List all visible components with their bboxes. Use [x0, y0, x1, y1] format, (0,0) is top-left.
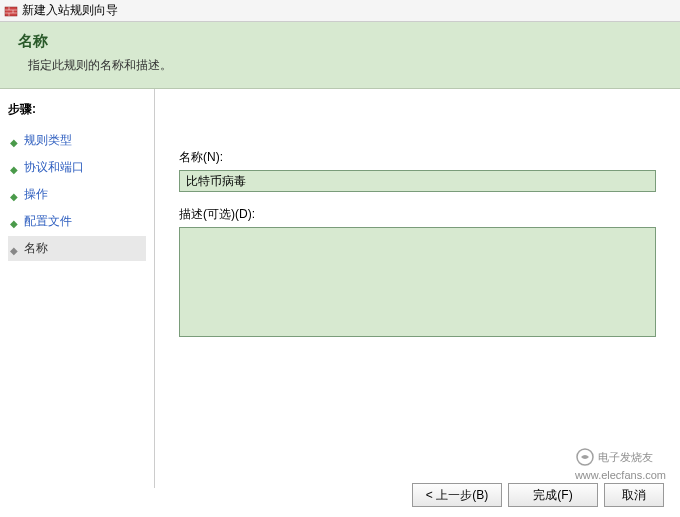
firewall-icon	[4, 4, 18, 18]
bullet-icon: ◆	[10, 218, 18, 226]
bullet-icon: ◆	[10, 245, 18, 253]
form-area: 名称(N): 描述(可选)(D):	[155, 89, 680, 488]
page-subtitle: 指定此规则的名称和描述。	[28, 57, 662, 74]
bullet-icon: ◆	[10, 137, 18, 145]
sidebar-item-label: 配置文件	[24, 213, 72, 230]
name-input[interactable]	[179, 170, 656, 192]
sidebar-item-rule-type[interactable]: ◆ 规则类型	[8, 128, 146, 153]
sidebar-item-protocol-port[interactable]: ◆ 协议和端口	[8, 155, 146, 180]
main-content: 步骤: ◆ 规则类型 ◆ 协议和端口 ◆ 操作 ◆ 配置文件 ◆ 名称 名称(N…	[0, 89, 680, 488]
description-textarea[interactable]	[179, 227, 656, 337]
window-title: 新建入站规则向导	[22, 2, 118, 19]
sidebar-title: 步骤:	[8, 101, 146, 118]
titlebar: 新建入站规则向导	[0, 0, 680, 22]
sidebar-item-name[interactable]: ◆ 名称	[8, 236, 146, 261]
back-button[interactable]: < 上一步(B)	[412, 483, 502, 507]
svg-rect-0	[5, 7, 17, 16]
sidebar-item-label: 名称	[24, 240, 48, 257]
name-label: 名称(N):	[179, 149, 656, 166]
page-title: 名称	[18, 32, 662, 51]
finish-button[interactable]: 完成(F)	[508, 483, 598, 507]
sidebar-item-label: 规则类型	[24, 132, 72, 149]
sidebar-item-label: 操作	[24, 186, 48, 203]
bullet-icon: ◆	[10, 164, 18, 172]
button-bar: < 上一步(B) 完成(F) 取消	[412, 483, 664, 507]
sidebar-item-label: 协议和端口	[24, 159, 84, 176]
description-label: 描述(可选)(D):	[179, 206, 656, 223]
sidebar-item-action[interactable]: ◆ 操作	[8, 182, 146, 207]
bullet-icon: ◆	[10, 191, 18, 199]
header-panel: 名称 指定此规则的名称和描述。	[0, 22, 680, 89]
cancel-button[interactable]: 取消	[604, 483, 664, 507]
sidebar-item-profile[interactable]: ◆ 配置文件	[8, 209, 146, 234]
sidebar: 步骤: ◆ 规则类型 ◆ 协议和端口 ◆ 操作 ◆ 配置文件 ◆ 名称	[0, 89, 155, 488]
